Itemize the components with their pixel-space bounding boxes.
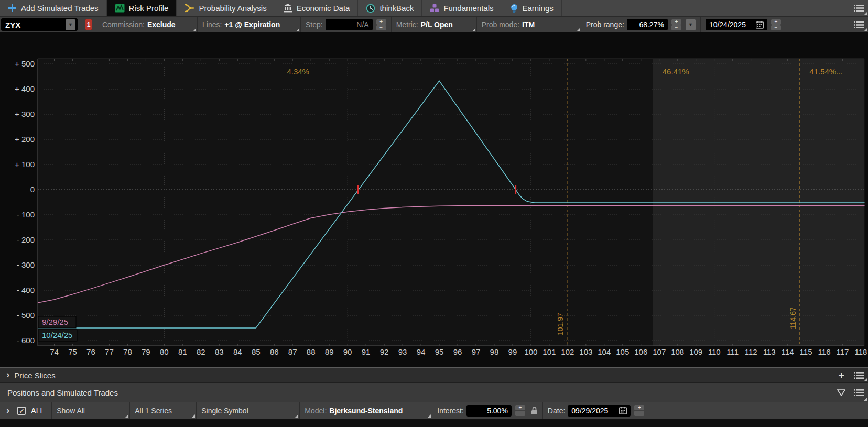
risk-profile-chart[interactable]: + 500+ 400+ 300+ 200+ 1000- 100- 200- 30… xyxy=(0,32,868,368)
all-checkbox[interactable]: ✓ xyxy=(17,407,26,415)
interest-input[interactable]: 5.00% xyxy=(466,405,512,417)
collapse-triangle-icon[interactable] xyxy=(832,383,850,402)
step-input[interactable]: N/A xyxy=(326,19,373,30)
x-axis-tick-label: 80 xyxy=(160,347,169,356)
expand-chevron-icon[interactable]: › xyxy=(0,404,14,417)
x-axis-tick-label: 112 xyxy=(745,347,757,356)
x-axis-tick-label: 81 xyxy=(178,347,187,356)
interest-label: Interest: xyxy=(437,407,464,415)
interest-control: Interest: 5.00% + − xyxy=(432,402,542,419)
metric-dropdown[interactable]: Metric: P/L Open xyxy=(392,17,476,32)
y-axis-tick-label: - 500 xyxy=(17,311,35,320)
expiration-date-input[interactable]: 10/24/2025 xyxy=(706,19,767,30)
x-axis-tick-label: 108 xyxy=(671,347,684,356)
x-axis-tick-label: 78 xyxy=(123,347,132,356)
tab-add-simulated-trades[interactable]: Add Simulated Trades xyxy=(0,0,107,16)
prob-shaded-band xyxy=(653,59,864,346)
x-axis-tick-label: 118 xyxy=(855,347,867,356)
model-date-down-button[interactable]: − xyxy=(634,411,644,416)
x-axis-tick-label: 95 xyxy=(435,347,444,356)
model-label: Model: xyxy=(305,407,327,415)
x-axis-tick-label: 84 xyxy=(233,347,242,356)
interest-up-button[interactable]: + xyxy=(515,405,525,410)
date-up-button[interactable]: + xyxy=(771,19,781,25)
symbol-dropdown-button[interactable]: ▼ xyxy=(66,19,75,30)
y-axis-tick-label: - 300 xyxy=(17,260,35,269)
tab-probability-analysis[interactable]: Probability Analysis xyxy=(177,0,275,16)
list-menu-icon xyxy=(854,21,864,29)
tab-fundamentals[interactable]: Fundamentals xyxy=(422,0,502,16)
x-axis-tick-label: 106 xyxy=(634,347,647,356)
legend-label: 10/24/25 xyxy=(42,331,72,340)
model-date-input[interactable]: 09/29/2025 xyxy=(568,405,631,417)
show-all-dropdown[interactable]: Show All xyxy=(52,402,129,419)
x-axis-tick-label: 103 xyxy=(579,347,592,356)
y-axis-tick-label: 0 xyxy=(30,185,35,194)
show-all-value: Show All xyxy=(57,407,85,415)
probability-branch-icon xyxy=(185,4,194,13)
date-down-button[interactable]: − xyxy=(771,25,781,30)
step-up-button[interactable]: + xyxy=(376,19,386,25)
calendar-icon[interactable] xyxy=(619,407,627,414)
metric-label: Metric: xyxy=(396,20,418,29)
prob-range-stepper[interactable]: + − xyxy=(671,19,681,30)
x-axis-tick-label: 96 xyxy=(453,347,462,356)
history-clock-icon xyxy=(366,4,375,13)
prob-range-down-button[interactable]: − xyxy=(671,25,681,30)
list-menu-icon xyxy=(854,371,864,379)
calendar-icon[interactable] xyxy=(756,21,764,29)
model-date-up-button[interactable]: + xyxy=(634,405,644,410)
x-axis-tick-label: 76 xyxy=(86,347,95,356)
commission-dropdown[interactable]: Commission: Exclude xyxy=(97,17,197,32)
model-date-stepper[interactable]: + − xyxy=(634,405,644,416)
tab-thinkback[interactable]: thinkBack xyxy=(358,0,422,16)
tab-earnings[interactable]: Earnings xyxy=(502,0,562,16)
x-axis-tick-label: 111 xyxy=(726,347,739,356)
expand-chevron-icon[interactable]: › xyxy=(0,369,14,381)
x-axis-tick-label: 109 xyxy=(689,347,702,356)
positions-menu-icon[interactable] xyxy=(850,383,868,402)
toolbar-menu-icon[interactable] xyxy=(850,17,868,32)
lines-dropdown[interactable]: Lines: +1 @ Expiration xyxy=(198,17,300,32)
metric-value: P/L Open xyxy=(421,20,453,29)
tab-economic-data[interactable]: Economic Data xyxy=(275,0,359,16)
step-down-button[interactable]: − xyxy=(376,25,386,30)
risk-profile-icon xyxy=(115,4,125,13)
positions-toolbar: › ✓ ALL Show All All 1 Series Single Sym… xyxy=(0,402,868,419)
prob-range-up-button[interactable]: + xyxy=(671,19,681,25)
add-price-slice-button[interactable]: ＋ xyxy=(832,368,850,382)
prob-range-input[interactable]: 68.27% xyxy=(627,19,668,30)
tab-label: Add Simulated Trades xyxy=(21,4,99,13)
lock-icon[interactable] xyxy=(531,407,538,415)
interest-down-button[interactable]: − xyxy=(515,411,525,416)
model-date-control: Date: 09/29/2025 + − xyxy=(543,402,649,419)
tab-risk-profile[interactable]: Risk Profile xyxy=(107,0,177,16)
list-menu-icon xyxy=(854,4,864,12)
step-stepper[interactable]: + − xyxy=(376,19,386,30)
x-axis-tick-label: 107 xyxy=(653,347,666,356)
lines-label: Lines: xyxy=(202,20,222,29)
price-slices-menu-icon[interactable] xyxy=(850,368,868,382)
interest-stepper[interactable]: + − xyxy=(515,405,525,416)
tabbar-menu-icon[interactable] xyxy=(850,0,868,16)
x-axis-tick-label: 101 xyxy=(542,347,556,356)
tab-label: Risk Profile xyxy=(129,4,169,13)
prob-mode-dropdown[interactable]: Prob mode: ITM xyxy=(477,17,581,32)
y-axis-tick-label: + 400 xyxy=(15,84,35,93)
series-filter-dropdown[interactable]: All 1 Series xyxy=(130,402,196,419)
y-axis-tick-label: + 500 xyxy=(15,59,35,68)
prob-range-dropdown-button[interactable]: ▼ xyxy=(686,19,696,30)
expiration-date-stepper[interactable]: + − xyxy=(771,19,781,30)
model-value: Bjerksund-Stensland xyxy=(329,407,403,415)
x-axis-tick-label: 87 xyxy=(288,347,297,356)
tab-label: Fundamentals xyxy=(443,4,493,13)
model-dropdown[interactable]: Model: Bjerksund-Stensland xyxy=(300,402,432,419)
price-slices-label: Price Slices xyxy=(14,371,55,380)
x-axis-tick-label: 100 xyxy=(524,347,537,356)
symbol-filter-dropdown[interactable]: Single Symbol xyxy=(197,402,299,419)
blocks-icon xyxy=(430,4,439,13)
x-axis-tick-label: 97 xyxy=(472,347,481,356)
prob-line-price-label: 101.97 xyxy=(556,313,565,335)
lightbulb-icon xyxy=(510,4,518,13)
symbol-input[interactable]: ZYX ▼ xyxy=(1,18,78,31)
